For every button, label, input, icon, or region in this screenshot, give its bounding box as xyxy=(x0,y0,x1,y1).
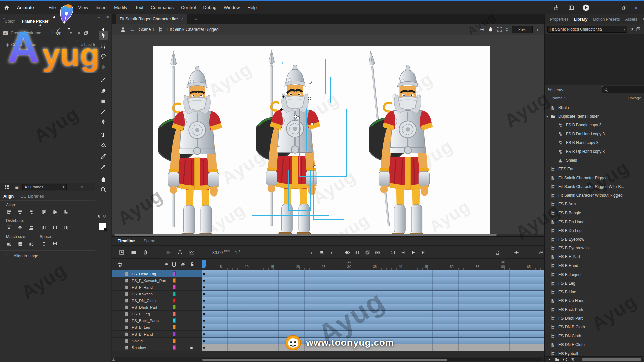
panel-tab-motion-presets[interactable]: Motion Presets xyxy=(593,17,620,22)
library-item-bhala[interactable]: Bhala xyxy=(545,103,644,112)
library-item-fs-b-arm[interactable]: FS B Arm xyxy=(545,200,644,208)
stage-horizontal-scrollbar[interactable] xyxy=(112,234,544,236)
library-item-fs-b-bangle-copy-3[interactable]: FS B Bangle copy 3 xyxy=(545,121,644,129)
delete-button[interactable] xyxy=(571,357,575,362)
hand-tool[interactable] xyxy=(99,175,108,184)
layer-frames-FS_B_Leg[interactable] xyxy=(202,324,544,331)
snap-to-object-icon[interactable] xyxy=(97,214,101,219)
tools-menu-icon[interactable]: ≡ xyxy=(106,15,109,20)
transform-point[interactable] xyxy=(313,165,316,168)
layer-outline-color[interactable] xyxy=(173,345,176,350)
edit-multiple-frames-button[interactable] xyxy=(363,248,371,256)
pen-tool[interactable] xyxy=(99,118,108,126)
layer-outline-color[interactable] xyxy=(173,272,176,276)
onion-outlines-button[interactable] xyxy=(353,248,361,256)
folder-expand-icon[interactable]: ▾ xyxy=(546,115,548,118)
step-back-button[interactable] xyxy=(399,248,407,256)
tools-collapse-icon[interactable]: « xyxy=(98,15,100,20)
marker-button[interactable] xyxy=(512,248,520,256)
pin-keyframe-icon[interactable] xyxy=(77,31,82,35)
library-item-fs-b-dn-leg[interactable]: FS B Dn Leg xyxy=(545,226,644,235)
audio-waveform-button[interactable] xyxy=(537,248,544,256)
layer-name[interactable]: FS_F_Hand xyxy=(132,285,153,289)
list-view-icon[interactable]: ≣ xyxy=(15,184,19,190)
selection-bounds[interactable] xyxy=(288,170,311,211)
transform-point[interactable] xyxy=(308,97,311,100)
layer-name[interactable]: FS_F_Leg xyxy=(132,312,150,316)
s-h-button[interactable] xyxy=(51,240,59,247)
minimize-button[interactable]: − xyxy=(604,1,617,14)
layer-row-FS_Dhoti_Part[interactable]: FS_Dhoti_Part xyxy=(112,304,202,311)
layer-name[interactable]: FS_Back_Parts xyxy=(132,319,159,323)
library-horizontal-scrollbar[interactable] xyxy=(582,358,641,361)
text-tool[interactable] xyxy=(99,130,108,139)
layer-outline-color[interactable] xyxy=(173,278,176,283)
next-keyframe-button[interactable]: › xyxy=(328,248,336,256)
d-b-button[interactable] xyxy=(27,224,36,231)
grid-view-icon[interactable] xyxy=(5,184,10,189)
layer-row-FS_Back_Parts[interactable]: FS_Back_Parts xyxy=(112,317,202,324)
new-library-panel-icon[interactable] xyxy=(636,27,641,32)
layer-lock-icon[interactable] xyxy=(189,345,194,350)
layer-row-FS_F_Leg[interactable]: FS_F_Leg xyxy=(112,311,202,317)
m-wh-button[interactable] xyxy=(27,240,36,247)
library-item-fs-eyeball[interactable]: FS Eyeball xyxy=(545,349,644,356)
layer-row-Shadow[interactable]: Shadow xyxy=(112,344,202,351)
last-frame-option[interactable]: ○ Last frame xyxy=(80,42,95,47)
tab-cc-libraries[interactable]: CC Libraries xyxy=(20,194,44,199)
close-button[interactable]: × xyxy=(630,1,643,14)
menu-view[interactable]: View xyxy=(75,1,92,14)
test-movie-button[interactable] xyxy=(581,3,591,13)
snap-align-icon[interactable] xyxy=(102,214,107,219)
loop-button[interactable] xyxy=(389,248,397,256)
camera-button[interactable] xyxy=(165,248,173,256)
visibility-column-icon[interactable] xyxy=(180,262,186,267)
layer-name[interactable]: FS_Head_Rig xyxy=(132,272,156,276)
layer-outline-color[interactable] xyxy=(173,312,176,316)
menu-window[interactable]: Window xyxy=(220,1,244,14)
layer-frames-FS_F_Kawach_Part[interactable] xyxy=(202,277,544,284)
menu-text[interactable]: Text xyxy=(131,1,147,14)
timeline-tab-timeline[interactable]: Timeline xyxy=(118,239,135,243)
linkage-column[interactable]: Linkage xyxy=(628,96,641,100)
create-tween-button[interactable] xyxy=(373,248,381,256)
free-transform-tool[interactable] xyxy=(99,42,108,50)
selection-bounds[interactable] xyxy=(313,162,344,220)
layer-row-FS_F_Kawach_Part[interactable]: FS_F_Kawach_Part xyxy=(112,277,202,284)
layer-outline-color[interactable] xyxy=(173,339,176,343)
layer-name[interactable]: FS_B_Leg xyxy=(132,325,150,329)
library-search-input[interactable] xyxy=(602,86,644,93)
rectangle-tool[interactable] xyxy=(99,97,108,106)
d-m-button[interactable] xyxy=(16,224,24,231)
timeline-horizontal-scrollbar[interactable] xyxy=(202,358,542,361)
panel-tab-properties[interactable]: Properties xyxy=(550,17,569,22)
layer-name[interactable]: FS_F_Kawach_Part xyxy=(132,279,166,283)
breadcrumb-symbol[interactable]: Fit Sainik Character Rigged xyxy=(167,27,219,32)
al-r-button[interactable] xyxy=(27,208,36,216)
zoom-level-input[interactable]: 26% xyxy=(512,26,533,33)
menu-edit[interactable]: Edit xyxy=(59,1,74,14)
insert-keyframe-button[interactable] xyxy=(318,248,326,256)
layer-row-Shield[interactable]: Shield xyxy=(112,338,202,344)
onion-skin-button[interactable] xyxy=(343,248,351,256)
tab-align[interactable]: Align xyxy=(3,194,14,199)
warrior-character[interactable] xyxy=(368,50,446,236)
line-tool[interactable] xyxy=(99,107,108,116)
menu-control[interactable]: Control xyxy=(177,1,200,14)
library-item-shield[interactable]: Shield xyxy=(545,156,644,165)
library-document-dropdown[interactable]: Fit Sainik Rigged Character.fla ▾ xyxy=(547,26,627,33)
share-button[interactable] xyxy=(551,3,561,13)
al-c-button[interactable] xyxy=(16,208,24,216)
layer-row-FS_F_Hand[interactable]: FS_F_Hand xyxy=(112,284,202,291)
layer-row-FS_DN_Cloth[interactable]: FS_DN_Cloth xyxy=(112,297,202,304)
new-layer-button[interactable] xyxy=(118,248,126,256)
zoom-stepper[interactable]: ▴▾ xyxy=(506,27,508,32)
stage[interactable]: AyugAyugAyugAyugAyugAyugAyugAyugAyugAyug… xyxy=(112,35,544,236)
timeline-ruler[interactable]: 51015202530354045505560651s2s xyxy=(202,259,544,270)
step-forward-button[interactable] xyxy=(419,248,427,256)
layer-outline-color[interactable] xyxy=(173,305,176,309)
new-symbol-button[interactable] xyxy=(547,357,552,362)
panel-tab-assets[interactable]: Assets xyxy=(625,17,637,22)
tab-overflow-icon[interactable]: « xyxy=(194,16,197,21)
current-frame-radio[interactable]: ◉ xyxy=(6,42,9,47)
